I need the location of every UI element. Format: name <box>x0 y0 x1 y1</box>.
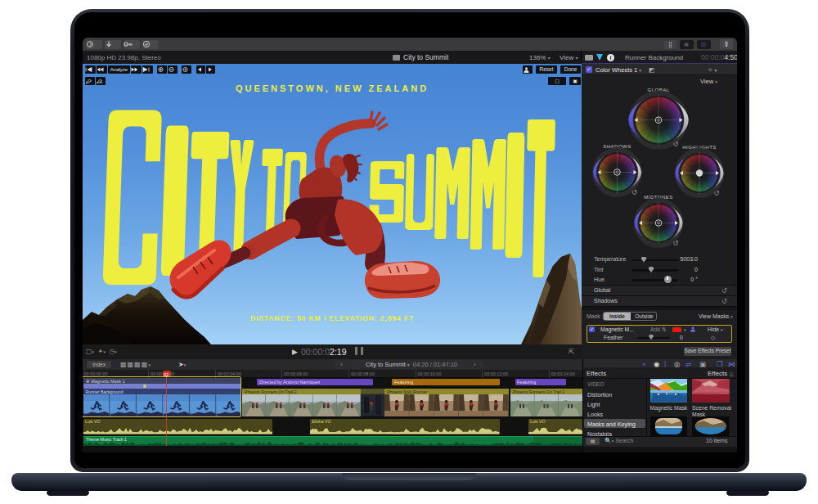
svg-text:↺: ↺ <box>672 239 678 247</box>
svg-text:↺: ↺ <box>672 140 678 148</box>
svg-text:↺: ↺ <box>713 189 719 197</box>
svg-text:↺: ↺ <box>631 188 637 196</box>
